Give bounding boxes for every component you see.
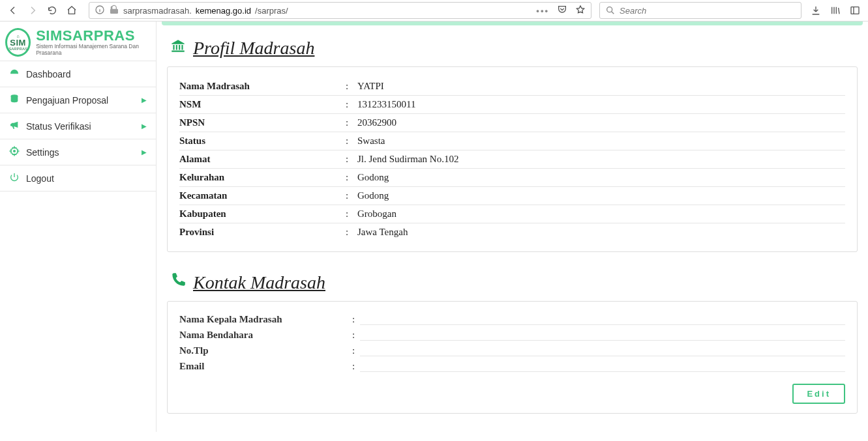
field-value: YATPI xyxy=(357,81,845,92)
field-value: Swasta xyxy=(357,135,845,147)
sidebar-toggle-button[interactable] xyxy=(846,1,864,20)
bookmark-star-icon[interactable] xyxy=(575,5,586,17)
brand-title: SIMSARPRAS xyxy=(36,29,149,43)
field-value: 131233150011 xyxy=(357,99,845,110)
url-host: kemenag.go.id xyxy=(196,6,251,16)
chevron-right-icon: ▶ xyxy=(142,149,147,156)
bullhorn-icon xyxy=(9,120,20,132)
field-label: No.Tlp xyxy=(179,345,352,356)
browser-search-bar[interactable] xyxy=(599,2,801,19)
browser-search-input[interactable] xyxy=(620,6,796,16)
svg-point-4 xyxy=(13,150,16,152)
field-label: NSM xyxy=(179,99,346,110)
logo-block: ⌂ SIM SARPRAS SIMSARPRAS Sistem Informas… xyxy=(0,21,156,61)
field-label: Nama Kepala Madrasah xyxy=(179,314,352,325)
field-label: Nama Bendahara xyxy=(179,330,352,341)
database-icon xyxy=(9,94,20,106)
sidebar-item-dashboard[interactable]: Dashboard xyxy=(0,61,156,87)
field-value xyxy=(360,345,845,356)
logo-icon: ⌂ SIM SARPRAS xyxy=(5,28,31,57)
nav-list: Dashboard Pengajuan Proposal ▶ Status Ve… xyxy=(0,61,156,192)
url-bar[interactable]: sarprasmadrasah.kemenag.go.id/sarpras/ •… xyxy=(89,2,591,19)
gear-icon xyxy=(9,146,20,158)
field-label: Nama Madrasah xyxy=(179,81,346,92)
svg-rect-2 xyxy=(851,7,859,14)
field-value: Grobogan xyxy=(357,208,845,220)
page-actions-icon[interactable]: ••• xyxy=(536,6,549,16)
sidebar-item-label: Logout xyxy=(26,173,54,184)
info-icon xyxy=(95,5,105,17)
field-value xyxy=(360,313,845,325)
field-label: Kabupaten xyxy=(179,208,346,220)
field-label: Status xyxy=(179,135,346,147)
sidebar-item-label: Status Verifikasi xyxy=(26,121,91,132)
sidebar-item-logout[interactable]: Logout xyxy=(0,165,156,191)
field-value: Godong xyxy=(357,190,845,201)
url-prefix: sarprasmadrasah. xyxy=(123,6,192,16)
sidebar-item-label: Settings xyxy=(26,147,59,158)
section-title-text: Profil Madrasah xyxy=(193,38,314,59)
field-value: Godong xyxy=(357,172,845,183)
section-title-text: Kontak Madrasah xyxy=(193,272,325,293)
field-label: Email xyxy=(179,361,352,372)
pocket-icon[interactable] xyxy=(557,5,567,17)
field-label: Alamat xyxy=(179,154,346,165)
field-value: 20362900 xyxy=(357,117,845,128)
chevron-right-icon: ▶ xyxy=(142,96,147,104)
nav-forward-button[interactable] xyxy=(23,1,42,20)
field-value xyxy=(360,360,845,372)
kontak-card: Nama Kepala Madrasah: Nama Bendahara: No… xyxy=(167,301,858,414)
institution-icon xyxy=(170,37,187,59)
url-path: /sarpras/ xyxy=(255,6,288,16)
nav-back-button[interactable] xyxy=(4,1,22,20)
section-title-kontak: Kontak Madrasah xyxy=(170,272,863,293)
svg-point-1 xyxy=(607,7,612,12)
section-title-profil: Profil Madrasah xyxy=(170,37,863,59)
edit-button[interactable]: Edit xyxy=(792,384,845,404)
field-value xyxy=(360,329,845,341)
accent-bar xyxy=(162,21,863,25)
brand-subtitle: Sistem Informasi Manajemen Sarana Dan Pr… xyxy=(36,43,149,56)
phone-icon xyxy=(170,272,187,293)
library-button[interactable] xyxy=(826,1,845,20)
home-button[interactable] xyxy=(63,1,81,20)
browser-toolbar: sarprasmadrasah.kemenag.go.id/sarpras/ •… xyxy=(0,0,868,21)
field-value: Jl. Jend Sudirman No.102 xyxy=(357,154,845,165)
sidebar-item-label: Dashboard xyxy=(26,69,71,79)
search-icon xyxy=(605,5,616,16)
sidebar-item-status-verifikasi[interactable]: Status Verifikasi ▶ xyxy=(0,113,156,139)
dashboard-icon xyxy=(9,68,20,80)
downloads-button[interactable] xyxy=(807,1,825,20)
field-value: Jawa Tengah xyxy=(357,227,845,238)
field-label: NPSN xyxy=(179,117,346,128)
chevron-right-icon: ▶ xyxy=(142,122,147,130)
field-label: Provinsi xyxy=(179,227,346,238)
logo-bot: SARPRAS xyxy=(8,47,27,51)
main-content: Profil Madrasah Nama Madrasah:YATPI NSM:… xyxy=(157,21,868,432)
lock-icon xyxy=(109,5,119,17)
field-label: Kelurahan xyxy=(179,172,346,183)
sidebar-item-settings[interactable]: Settings ▶ xyxy=(0,139,156,165)
sidebar-item-label: Pengajuan Proposal xyxy=(26,95,108,106)
sidebar: ⌂ SIM SARPRAS SIMSARPRAS Sistem Informas… xyxy=(0,21,157,432)
profil-card: Nama Madrasah:YATPI NSM:131233150011 NPS… xyxy=(167,66,858,252)
logo-mid: SIM xyxy=(10,38,26,47)
reload-button[interactable] xyxy=(43,1,61,20)
field-label: Kecamatan xyxy=(179,190,346,201)
power-icon xyxy=(9,172,20,184)
sidebar-item-pengajuan-proposal[interactable]: Pengajuan Proposal ▶ xyxy=(0,87,156,113)
